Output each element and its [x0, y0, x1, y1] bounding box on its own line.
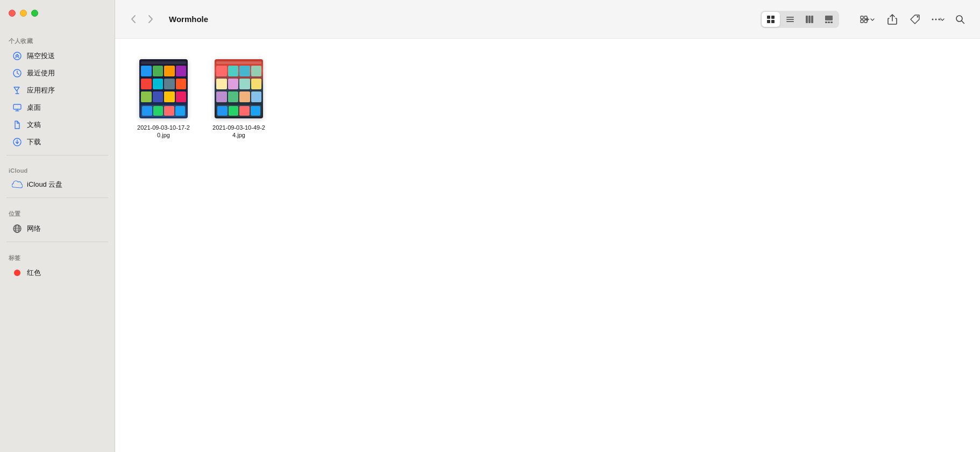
sidebar-item-label: 隔空投送 [27, 51, 55, 61]
svg-rect-10 [786, 17, 794, 18]
svg-rect-14 [808, 16, 811, 23]
svg-rect-19 [830, 22, 833, 23]
svg-rect-7 [771, 16, 775, 19]
nav-back-button[interactable] [126, 12, 141, 27]
icloud-section-label: iCloud [0, 160, 115, 176]
nav-buttons [126, 12, 158, 27]
sidebar-item-downloads[interactable]: 下载 [3, 134, 111, 150]
sidebar-divider-2 [6, 197, 108, 198]
sidebar-item-airdrop[interactable]: 隔空投送 [3, 48, 111, 64]
more-button[interactable] [928, 10, 947, 29]
svg-rect-18 [828, 22, 830, 23]
sidebar-item-icloud-drive[interactable]: iCloud 云盘 [3, 176, 111, 193]
file-name-1: 2021-09-03-10-17-20.jpg [136, 124, 191, 139]
svg-rect-12 [786, 21, 794, 22]
sidebar: 个人收藏 隔空投送 最近使用 应用程序 [0, 0, 115, 452]
svg-rect-17 [825, 22, 827, 23]
sidebar-divider-1 [6, 155, 108, 156]
svg-point-24 [917, 16, 919, 17]
window-title: Wormhole [169, 15, 208, 24]
svg-rect-23 [864, 20, 867, 23]
svg-rect-13 [806, 16, 808, 23]
sidebar-item-label: 应用程序 [27, 86, 55, 95]
file-grid: 2021-09-03-10-17-20.jpg [115, 39, 980, 452]
tag-button[interactable] [906, 10, 924, 29]
file-item-1[interactable]: 2021-09-03-10-17-20.jpg [131, 55, 196, 144]
svg-rect-8 [767, 20, 770, 23]
svg-rect-21 [861, 20, 863, 23]
toolbar-right [855, 10, 969, 29]
view-controls [761, 11, 839, 28]
maximize-button[interactable] [31, 10, 38, 17]
nav-forward-button[interactable] [143, 12, 158, 27]
svg-point-0 [13, 52, 21, 60]
toolbar: Wormhole [115, 0, 980, 39]
sidebar-item-label: 下载 [27, 137, 41, 147]
svg-rect-15 [811, 16, 813, 23]
sidebar-item-label: 最近使用 [27, 68, 55, 78]
sidebar-divider-3 [6, 242, 108, 242]
main-content: Wormhole [115, 0, 980, 452]
share-button[interactable] [883, 10, 901, 29]
location-section-label: 位置 [0, 202, 115, 220]
red-tag-icon [12, 267, 23, 278]
doc-icon [12, 119, 23, 130]
desktop-icon [12, 102, 23, 113]
sidebar-item-label: 网络 [27, 224, 41, 234]
clock-icon [12, 68, 23, 79]
sidebar-item-desktop[interactable]: 桌面 [3, 100, 111, 116]
sidebar-item-apps[interactable]: 应用程序 [3, 82, 111, 98]
sidebar-item-label: iCloud 云盘 [27, 180, 62, 189]
view-columns-button[interactable] [800, 12, 819, 27]
favorites-section-label: 个人收藏 [0, 30, 115, 47]
file-name-2: 2021-09-03-10-49-24.jpg [211, 124, 267, 139]
svg-rect-2 [13, 104, 21, 109]
sidebar-item-red-tag[interactable]: 红色 [3, 265, 111, 281]
view-grid-button[interactable] [762, 12, 780, 27]
sidebar-item-label: 桌面 [27, 103, 41, 112]
apps-icon [12, 85, 23, 96]
svg-rect-16 [825, 16, 833, 20]
globe-icon [12, 223, 23, 234]
tags-section-label: 标签 [0, 246, 115, 264]
view-list-button[interactable] [781, 12, 799, 27]
sidebar-item-network[interactable]: 网络 [3, 221, 111, 237]
svg-rect-22 [864, 16, 867, 19]
cloud-icon [12, 179, 23, 190]
sidebar-item-label: 文稿 [27, 120, 41, 130]
svg-rect-6 [767, 16, 770, 19]
svg-rect-9 [771, 20, 775, 23]
svg-point-28 [956, 16, 962, 22]
view-gallery-button[interactable] [820, 12, 838, 27]
svg-point-25 [932, 18, 934, 20]
svg-rect-20 [861, 16, 863, 19]
file-thumbnail-1 [139, 59, 188, 118]
search-button[interactable] [951, 10, 969, 29]
file-thumbnail-2 [215, 59, 263, 118]
sidebar-item-label: 红色 [27, 268, 41, 278]
traffic-lights [9, 10, 38, 17]
svg-rect-11 [786, 19, 794, 20]
file-item-2[interactable]: 2021-09-03-10-49-24.jpg [207, 55, 271, 144]
sidebar-item-documents[interactable]: 文稿 [3, 117, 111, 133]
download-icon [12, 137, 23, 147]
svg-point-26 [935, 18, 937, 20]
airdrop-icon [12, 51, 23, 61]
minimize-button[interactable] [20, 10, 27, 17]
group-button[interactable] [855, 12, 879, 26]
close-button[interactable] [9, 10, 16, 17]
sidebar-item-recents[interactable]: 最近使用 [3, 65, 111, 81]
